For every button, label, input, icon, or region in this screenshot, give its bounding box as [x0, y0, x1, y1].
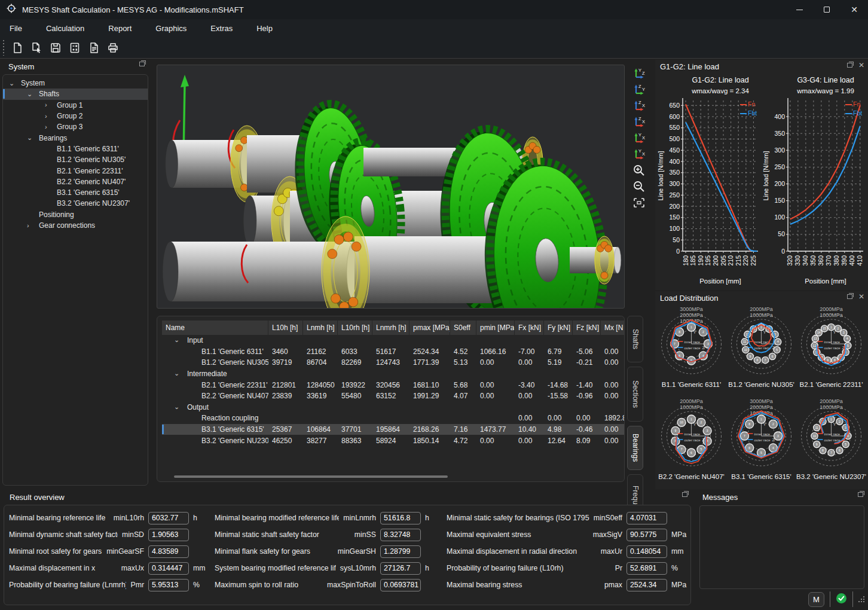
field-value[interactable]: 0.314447 — [148, 562, 189, 575]
column-header-name[interactable]: Name — [162, 321, 268, 335]
tab-sections[interactable]: Sections — [627, 367, 643, 422]
tree-item-b2-2-generic-nu407[interactable]: B2.2 'Generic NU407' — [3, 176, 148, 187]
open-file-button[interactable] — [27, 39, 45, 56]
horizontal-scrollbar[interactable] — [174, 475, 604, 478]
maximize-button[interactable] — [813, 0, 841, 19]
collapsed-arrow-icon[interactable]: › — [45, 102, 47, 108]
expanded-arrow-icon[interactable]: ⌄ — [27, 91, 32, 97]
view-axis-yx-button[interactable]: YX — [631, 130, 647, 145]
table-row-b2-1-generic-22311[interactable]: B2.1 'Generic 22311'21280112840501939223… — [162, 379, 625, 391]
tab-bearings[interactable]: Bearings — [627, 426, 643, 470]
table-row-b3-2-generic-nu2307[interactable]: B3.2 'Generic NU2307'4625038277883635892… — [162, 435, 625, 446]
tree-item-b1-2-generic-nu305[interactable]: B1.2 'Generic NU305' — [3, 154, 148, 165]
save-button[interactable] — [47, 39, 65, 56]
tree-item-b3-1-generic-6315[interactable]: B3.1 'Generic 6315' — [3, 187, 148, 198]
calculate-button[interactable] — [66, 39, 84, 56]
table-row-output[interactable]: ⌄Output — [162, 402, 625, 413]
menu-help[interactable]: Help — [248, 20, 281, 36]
tree-item-system[interactable]: ⌄System — [3, 78, 148, 89]
tree-item-group-3[interactable]: ›Group 3 — [3, 121, 148, 132]
field-value[interactable]: 8.32748 — [380, 529, 421, 541]
menu-report[interactable]: Report — [100, 20, 140, 36]
float-panel-icon[interactable] — [847, 63, 852, 68]
field-value[interactable]: 0.148054 — [626, 545, 667, 558]
menu-file[interactable]: File — [1, 20, 30, 36]
zoom-out-button[interactable] — [631, 179, 647, 194]
view-axis-zx-button[interactable]: ZX — [631, 114, 647, 129]
report-button[interactable] — [85, 39, 103, 56]
column-header-mx[interactable]: Mx [N — [601, 321, 625, 335]
tree-item-shafts[interactable]: ⌄Shafts — [3, 89, 148, 99]
field-value[interactable]: 27126.7 — [380, 562, 421, 575]
resize-grip[interactable] — [858, 596, 864, 602]
close-panel-icon[interactable]: ✕ — [858, 62, 864, 69]
column-header-pmin[interactable]: pmin [MPa] — [476, 321, 515, 335]
column-header-pmax[interactable]: pmax [MPa] — [409, 321, 450, 335]
column-header-fx[interactable]: Fx [kN] — [515, 321, 544, 335]
view-axis-yz-button[interactable]: YZ — [631, 66, 647, 81]
mode-button[interactable]: M — [808, 592, 824, 607]
expanded-arrow-icon[interactable]: ⌄ — [27, 135, 32, 141]
3d-viewport[interactable] — [157, 65, 625, 309]
float-panel-icon[interactable] — [139, 62, 145, 66]
field-value[interactable]: 2524.34 — [626, 579, 667, 591]
tree-item-group-1[interactable]: ›Group 1 — [3, 100, 148, 111]
tree-item-b2-1-generic-22311[interactable]: B2.1 'Generic 22311' — [3, 165, 148, 176]
table-row-b1-1-generic-6311[interactable]: B1.1 'Generic 6311'346021162603351617252… — [162, 346, 625, 358]
column-header-fz[interactable]: Fz [kN] — [573, 321, 601, 335]
column-header-s0eff[interactable]: S0eff — [450, 321, 476, 335]
expanded-arrow-icon[interactable]: ⌄ — [174, 403, 179, 411]
column-header-lnmrh[interactable]: Lnmrh [h] — [372, 321, 409, 335]
view-axis-yx-button[interactable]: YX — [631, 147, 647, 161]
table-row-intermediate[interactable]: ⌄Intermediate — [162, 368, 625, 380]
view-axis-zy-button[interactable]: ZY — [631, 82, 647, 97]
table-row-reaction-coupling[interactable]: Reaction coupling0.000.000.001892.8 — [162, 413, 625, 424]
tree-item-bearings[interactable]: ⌄Bearings — [3, 132, 148, 143]
tree-item-group-2[interactable]: ›Group 2 — [3, 111, 148, 121]
scrollbar-thumb[interactable] — [174, 475, 448, 478]
minimize-button[interactable] — [786, 0, 813, 19]
field-value[interactable]: 4.07031 — [626, 512, 667, 524]
expanded-arrow-icon[interactable]: ⌄ — [9, 80, 14, 87]
field-value[interactable]: 4.83589 — [148, 545, 189, 558]
tab-shafts[interactable]: Shafts — [627, 316, 643, 362]
fit-button[interactable] — [631, 195, 647, 210]
expanded-arrow-icon[interactable]: ⌄ — [174, 370, 179, 377]
tree-item-b3-2-generic-nu2307[interactable]: B3.2 'Generic NU2307' — [3, 198, 148, 209]
menu-graphics[interactable]: Graphics — [147, 20, 195, 36]
field-value[interactable]: 1.90563 — [148, 529, 189, 541]
field-value[interactable]: 6032.77 — [148, 512, 189, 524]
column-header-l10h[interactable]: L10h [h] — [268, 321, 303, 335]
field-value[interactable]: 90.5775 — [626, 529, 667, 541]
new-file-button[interactable] — [8, 39, 26, 56]
close-button[interactable]: ✕ — [841, 0, 868, 19]
table-row-b2-2-generic-nu407[interactable]: B2.2 'Generic NU407'23839336195548063152… — [162, 391, 625, 402]
view-axis-zx-button[interactable]: ZX — [631, 98, 647, 113]
tree-item-gear-connections[interactable]: ›Gear connections — [3, 220, 148, 231]
collapsed-arrow-icon[interactable]: › — [27, 222, 29, 229]
menu-extras[interactable]: Extras — [202, 20, 241, 36]
table-row-b3-1-generic-6315[interactable]: B3.1 'Generic 6315'253671068643770119586… — [162, 424, 625, 435]
field-value[interactable]: 52.6891 — [626, 562, 667, 575]
field-value[interactable]: 0.0693781 — [380, 579, 421, 591]
tree-item-b1-1-generic-6311[interactable]: B1.1 'Generic 6311' — [3, 144, 148, 154]
print-button[interactable] — [104, 39, 122, 56]
float-panel-icon[interactable] — [858, 492, 863, 497]
field-value[interactable]: 1.28799 — [380, 545, 421, 558]
expanded-arrow-icon[interactable]: ⌄ — [174, 336, 179, 344]
column-header-fy[interactable]: Fy [kN] — [544, 321, 573, 335]
collapsed-arrow-icon[interactable]: › — [45, 124, 47, 130]
toolbar-grip[interactable] — [2, 40, 5, 56]
collapsed-arrow-icon[interactable]: › — [45, 113, 47, 120]
zoom-in-button[interactable] — [631, 163, 647, 178]
tree-item-positioning[interactable]: Positioning — [3, 209, 148, 220]
table-row-input[interactable]: ⌄Input — [162, 335, 625, 346]
column-header-l10rh[interactable]: L10rh [h] — [338, 321, 372, 335]
float-panel-icon[interactable] — [682, 492, 687, 497]
close-panel-icon[interactable]: ✕ — [858, 293, 864, 300]
column-header-lnmh[interactable]: Lnmh [h] — [303, 321, 338, 335]
field-value[interactable]: 51616.8 — [380, 512, 421, 524]
table-row-b1-2-generic-nu305[interactable]: B1.2 'Generic NU305'39719867048226912474… — [162, 357, 625, 368]
menu-calculation[interactable]: Calculation — [38, 20, 93, 36]
field-value[interactable]: 5.95313 — [148, 579, 189, 591]
